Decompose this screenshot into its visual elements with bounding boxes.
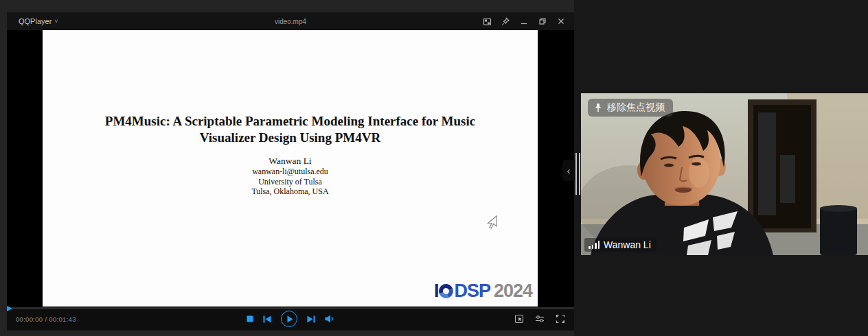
author-affiliation: University of Tulsa [43,177,538,187]
sliders-icon [535,314,545,324]
icdsp-logo: I DSP 2024 [434,280,532,302]
maximize-button[interactable] [538,16,547,26]
always-on-top-button[interactable] [501,16,510,26]
speaker-icon [325,315,334,323]
qqplayer-window: QQPlayer ˅ video.mp4 [7,12,574,331]
focused-video-tile[interactable]: 移除焦点视频 Wanwan Li [581,93,868,255]
play-icon [287,315,293,323]
app-menu-button[interactable]: QQPlayer ˅ [7,17,58,25]
author-email: wanwan-li@utulsa.edu [43,167,538,177]
settings-button[interactable] [535,314,545,324]
panel-drag-handle[interactable] [575,153,580,195]
logo-letters-dsp: DSP [454,280,490,302]
next-button[interactable] [307,315,315,323]
author-block: Wanwan Li wanwan-li@utulsa.edu Universit… [43,155,538,197]
close-icon [557,17,565,25]
time-separator: / [45,315,47,323]
participant-name: Wanwan Li [604,239,651,250]
fullscreen-button[interactable] [556,314,565,324]
play-button[interactable] [281,311,297,327]
slide-title-line2: Visualizer Design Using PM4VR [43,130,538,146]
slide-title-line1: PM4Music: A Scriptable Parametric Modeli… [43,113,538,130]
slide-title: PM4Music: A Scriptable Parametric Modeli… [43,113,538,146]
volume-button[interactable] [325,315,334,323]
minimize-icon [520,17,528,25]
previous-button[interactable] [263,315,271,323]
author-location: Tulsa, Oklahoma, USA [43,187,538,197]
chevron-down-icon: ˅ [54,18,58,25]
chevron-left-icon: ‹ [567,165,571,176]
author-name: Wanwan Li [43,155,538,167]
remove-focus-label: 移除焦点视频 [607,101,665,114]
playhead-marker[interactable] [7,306,12,311]
stop-icon [247,315,253,322]
time-display: 00:00:00 / 00:01:43 [16,307,76,331]
pin-icon [501,17,510,26]
current-time: 00:00:00 [16,315,43,323]
mini-window-icon [483,17,492,26]
presentation-slide: PM4Music: A Scriptable Parametric Modeli… [43,30,538,307]
skip-back-icon [263,315,271,323]
snapshot-icon [514,314,524,324]
fullscreen-icon [556,314,565,324]
total-time: 00:01:43 [49,315,76,323]
desktop: QQPlayer ˅ video.mp4 [0,0,868,336]
webcam-video-frame [581,93,868,255]
logo-letter-i: I [434,280,439,302]
collapse-panel-button[interactable]: ‹ [562,160,575,181]
stop-button[interactable] [247,315,253,322]
restore-icon [538,17,547,25]
participant-name-tag: Wanwan Li [584,238,656,252]
logo-c-ring-icon [437,282,456,301]
snapshot-button[interactable] [514,314,524,324]
video-display-area[interactable]: PM4Music: A Scriptable Parametric Modeli… [7,30,574,307]
mouse-cursor-icon [486,215,497,230]
player-control-bar: 00:00:00 / 00:01:43 [7,307,574,331]
remove-focus-button[interactable]: 移除焦点视频 [588,99,673,117]
titlebar[interactable]: QQPlayer ˅ video.mp4 [7,12,574,30]
logo-year: 2024 [494,280,532,302]
app-name: QQPlayer [19,17,52,25]
signal-bars-icon [589,241,599,249]
mini-mode-button[interactable] [482,16,492,26]
pin-icon [594,103,602,112]
close-button[interactable] [556,16,566,26]
skip-forward-icon [307,315,315,323]
minimize-button[interactable] [519,16,529,26]
